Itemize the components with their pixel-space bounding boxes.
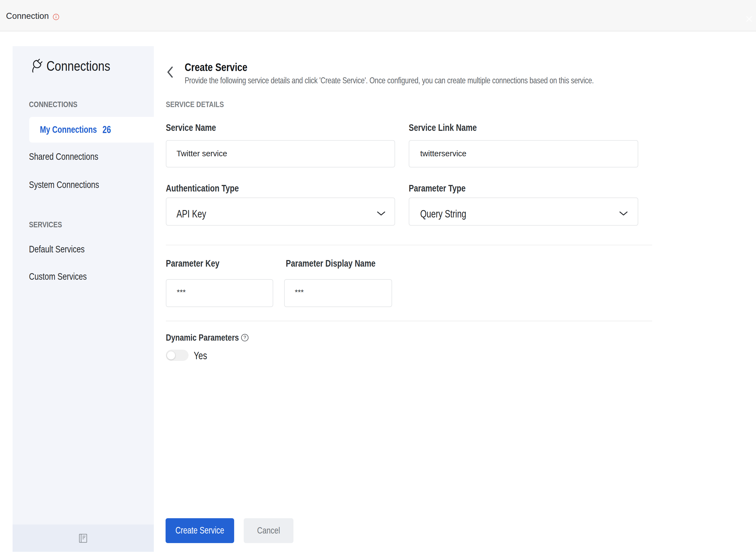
svg-text:?: ? [244,335,246,340]
